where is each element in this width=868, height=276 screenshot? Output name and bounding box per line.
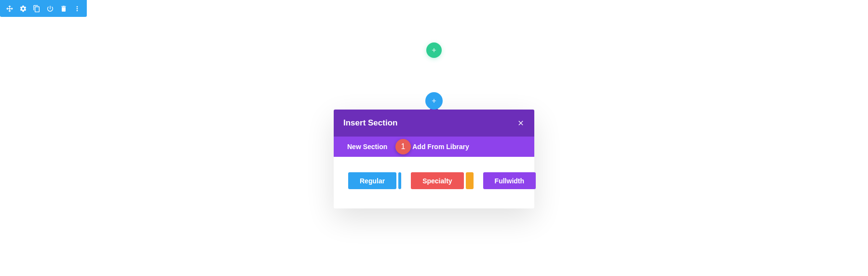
dialog-header: Insert Section	[334, 110, 534, 137]
close-button[interactable]	[517, 119, 525, 127]
specialty-chip[interactable]	[466, 172, 474, 189]
tab-new-section[interactable]: New Section	[347, 143, 387, 151]
regular-chip[interactable]	[398, 172, 401, 189]
dialog-tabs: New Section Add From Library 1	[334, 137, 534, 157]
add-row-button[interactable]	[426, 42, 442, 58]
close-icon	[517, 119, 525, 127]
fullwidth-group: Fullwidth	[483, 172, 536, 189]
fullwidth-button[interactable]: Fullwidth	[483, 172, 536, 189]
plus-icon	[431, 47, 437, 54]
tab-add-from-library[interactable]: Add From Library	[412, 143, 469, 151]
annotation-badge: 1	[395, 139, 411, 154]
dialog-title: Insert Section	[343, 118, 397, 128]
regular-button[interactable]: Regular	[348, 172, 396, 189]
plus-icon	[431, 97, 437, 104]
insert-section-dialog: Insert Section New Section Add From Libr…	[334, 110, 534, 208]
add-section-button[interactable]	[425, 92, 443, 110]
dialog-body: Regular Specialty Fullwidth	[334, 157, 534, 208]
specialty-button[interactable]: Specialty	[411, 172, 463, 189]
regular-group: Regular	[348, 172, 401, 189]
specialty-group: Specialty	[411, 172, 473, 189]
